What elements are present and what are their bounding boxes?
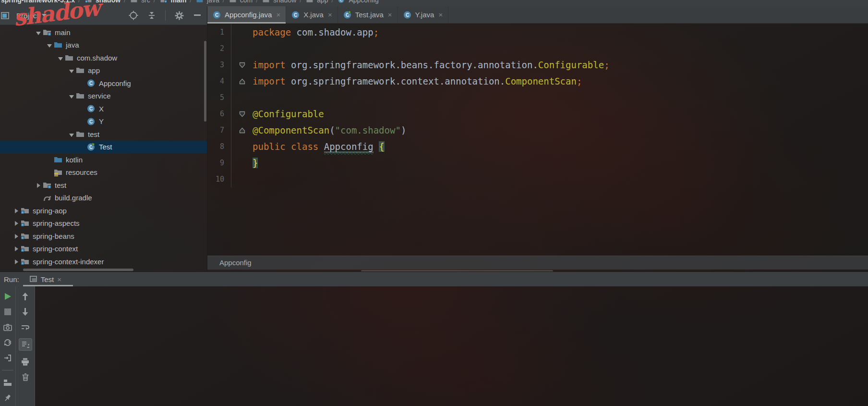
- project-panel: Project mainjavacom.shadowappCAppconfigs…: [0, 6, 207, 271]
- breadcrumb-item[interactable]: app: [305, 0, 328, 4]
- rerun-failed-icon[interactable]: [3, 338, 12, 347]
- close-icon[interactable]: ×: [388, 11, 392, 19]
- tree-vertical-scrollbar[interactable]: [204, 41, 206, 122]
- editor-breadcrumb[interactable]: Appconfig: [207, 256, 868, 270]
- tree-item-com-shadow[interactable]: com.shadow: [0, 51, 207, 64]
- tree-horizontal-scrollbar[interactable]: [23, 269, 133, 271]
- close-icon[interactable]: ×: [328, 11, 332, 19]
- folder-icon: [130, 0, 138, 3]
- line-number: 6: [207, 106, 231, 122]
- print-icon[interactable]: [21, 357, 30, 366]
- breadcrumb-item[interactable]: main: [159, 0, 187, 4]
- tree-item-spring-context-indexer[interactable]: spring-context-indexer: [0, 255, 207, 268]
- breadcrumb-label: shadow: [273, 0, 296, 4]
- breadcrumb-item[interactable]: com: [228, 0, 253, 4]
- tree-item-java[interactable]: java: [0, 39, 207, 52]
- editor-tab-x-java[interactable]: CX.java×: [286, 6, 338, 23]
- close-icon[interactable]: ×: [438, 11, 443, 19]
- code-text: import org.springframework.beans.factory…: [253, 57, 610, 73]
- fold-gutter: [231, 89, 253, 106]
- rerun-icon[interactable]: [3, 292, 12, 301]
- stop-icon[interactable]: [3, 308, 12, 316]
- breadcrumb-item[interactable]: java: [195, 0, 219, 4]
- breadcrumb-item[interactable]: CAppconfig: [337, 0, 378, 4]
- tree-item-label: spring-aspects: [33, 219, 80, 227]
- code-text: @ComponentScan("com.shadow"): [253, 122, 406, 138]
- snapshot-icon[interactable]: [3, 323, 12, 332]
- token-kw: package: [253, 27, 291, 37]
- tree-expander-icon[interactable]: [35, 181, 42, 189]
- tree-item-test[interactable]: CTest: [0, 141, 207, 154]
- run-actions-toolbar: [0, 286, 15, 406]
- exit-icon[interactable]: [3, 354, 12, 362]
- tree-expander-icon[interactable]: [12, 219, 20, 227]
- code-editor[interactable]: 1package com.shadow.app;23import org.spr…: [207, 24, 868, 256]
- tree-expander-icon[interactable]: [68, 130, 75, 138]
- tree-item-x[interactable]: CX: [0, 102, 207, 115]
- clear-icon[interactable]: [21, 373, 30, 381]
- tree-item-appconfig[interactable]: CAppconfig: [0, 77, 207, 90]
- tree-expander-icon[interactable]: [12, 245, 20, 253]
- code-fold-icon[interactable]: [231, 57, 253, 73]
- tree-expander-icon[interactable]: [35, 28, 42, 37]
- tree-expander-icon[interactable]: [57, 54, 64, 62]
- tree-item-test[interactable]: test: [0, 128, 207, 141]
- tree-item-service[interactable]: service: [0, 90, 207, 103]
- run-console[interactable]: [35, 286, 868, 406]
- tree-expander-icon[interactable]: [68, 66, 75, 74]
- folder-source-icon: [42, 181, 52, 189]
- code-fold-icon[interactable]: [231, 106, 253, 122]
- tree-item-test[interactable]: test: [0, 179, 207, 192]
- breadcrumb-item[interactable]: shadow: [261, 0, 296, 4]
- tree-expander-icon[interactable]: [68, 92, 75, 100]
- soft-wrap-icon[interactable]: [21, 323, 30, 332]
- pin-icon[interactable]: [3, 394, 12, 402]
- breadcrumb-item[interactable]: spring-framework-5.1.x: [1, 0, 75, 4]
- chevron-down-icon[interactable]: [42, 14, 47, 17]
- breadcrumb-separator: /: [154, 0, 156, 4]
- tree-item-y[interactable]: CY: [0, 115, 207, 128]
- settings-icon[interactable]: [174, 11, 184, 20]
- tree-item-spring-aspects[interactable]: spring-aspects: [0, 217, 207, 230]
- class-run-icon: C: [86, 143, 96, 151]
- layout-icon[interactable]: [3, 378, 12, 387]
- tree-item-spring-beans[interactable]: spring-beans: [0, 230, 207, 243]
- close-icon[interactable]: ×: [276, 11, 280, 19]
- close-icon[interactable]: ×: [57, 275, 61, 283]
- up-icon[interactable]: [21, 292, 30, 301]
- tree-expander-icon[interactable]: [12, 207, 20, 215]
- tree-item-app[interactable]: app: [0, 64, 207, 77]
- editor-tab-appconfig-java[interactable]: CAppconfig.java×: [207, 6, 286, 23]
- editor-tab-test-java[interactable]: CTest.java×: [338, 6, 398, 23]
- tree-item-spring-aop[interactable]: spring-aop: [0, 204, 207, 217]
- run-tab-test[interactable]: Test ×: [30, 275, 61, 283]
- code-fold-icon[interactable]: [231, 122, 253, 138]
- editor-tab-y-java[interactable]: CY.java×: [398, 6, 449, 23]
- scroll-end-icon[interactable]: [19, 338, 32, 351]
- class-run-icon: C: [343, 11, 352, 19]
- tree-expander-icon[interactable]: [12, 258, 20, 266]
- tree-item-resources[interactable]: resources: [0, 166, 207, 179]
- folder-module-icon: [20, 207, 30, 215]
- hide-icon[interactable]: [193, 11, 202, 20]
- tree-item-kotlin[interactable]: kotlin: [0, 153, 207, 166]
- tree-item-build-gradle[interactable]: build.gradle: [0, 192, 207, 205]
- tree-expander-icon[interactable]: [12, 232, 20, 240]
- gradle-icon: [42, 194, 52, 202]
- project-tool-icon[interactable]: [0, 12, 10, 19]
- line-number: 3: [207, 57, 231, 73]
- tree-item-spring-context[interactable]: spring-context: [0, 243, 207, 256]
- locate-icon[interactable]: [129, 11, 138, 20]
- project-panel-title[interactable]: Project: [16, 12, 39, 20]
- tree-expander-icon[interactable]: [46, 41, 53, 49]
- line-number: 10: [207, 171, 231, 187]
- collapse-all-icon[interactable]: [147, 11, 157, 20]
- code-fold-icon[interactable]: [231, 73, 253, 89]
- breadcrumb-item[interactable]: src: [129, 0, 150, 4]
- breadcrumb-separator: /: [223, 0, 225, 4]
- project-tree[interactable]: mainjavacom.shadowappCAppconfigserviceCX…: [0, 25, 207, 273]
- breadcrumb-item[interactable]: shadow: [84, 0, 121, 4]
- chevron-collapsed-icon: [15, 246, 18, 251]
- tree-item-main[interactable]: main: [0, 26, 207, 39]
- down-icon[interactable]: [21, 308, 30, 316]
